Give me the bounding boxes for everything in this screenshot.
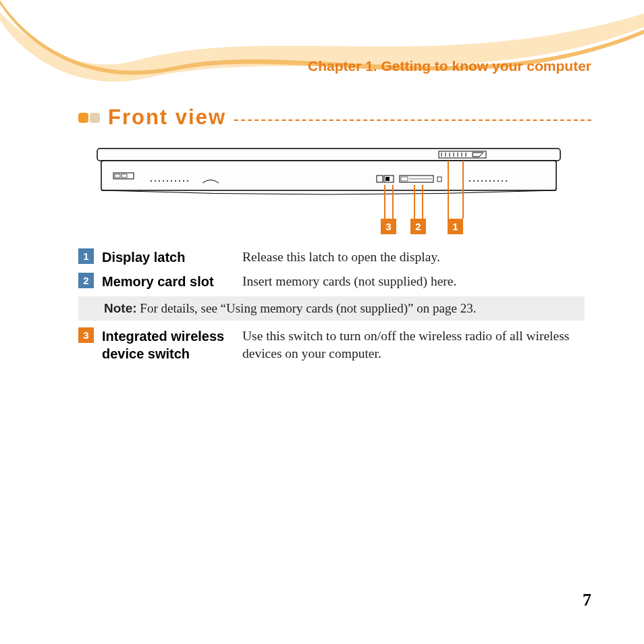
svg-rect-11 [115, 174, 120, 178]
desc-memory-card-slot: Insert memory cards (not supplied) here. [242, 273, 585, 290]
callout-3: 3 [381, 219, 396, 234]
section-bullets [78, 113, 100, 123]
callout-1: 1 [448, 219, 463, 234]
term-display-latch: Display latch [102, 248, 242, 266]
svg-rect-0 [97, 149, 560, 161]
svg-point-23 [469, 180, 471, 182]
section-title: Front view [108, 105, 226, 130]
svg-point-24 [473, 180, 475, 182]
svg-point-22 [187, 180, 188, 182]
definitions-list: 1 Display latch Release this latch to op… [78, 247, 585, 368]
svg-point-18 [171, 180, 172, 182]
note-label: Note: [104, 301, 137, 315]
callout-line [392, 185, 394, 219]
page-number: 7 [583, 590, 591, 610]
header-swoosh [0, 0, 644, 108]
svg-rect-39 [437, 177, 441, 182]
svg-point-16 [163, 180, 164, 182]
term-wireless-switch: Integrated wireless device switch [102, 327, 242, 363]
svg-rect-1 [101, 161, 556, 190]
chapter-title: Chapter 1. Getting to know your computer [308, 58, 591, 74]
dash-line [234, 119, 591, 121]
svg-point-19 [175, 180, 176, 182]
definition-row: 2 Memory card slot Insert memory cards (… [78, 271, 585, 292]
svg-point-21 [183, 180, 184, 182]
note-text: For details, see “Using memory cards (no… [137, 301, 477, 315]
callout-line [448, 161, 449, 219]
svg-point-14 [155, 180, 156, 182]
note-row: Note: For details, see “Using memory car… [78, 296, 585, 321]
callout-line [414, 185, 415, 219]
svg-point-27 [485, 180, 487, 182]
definition-row: 1 Display latch Release this latch to op… [78, 247, 585, 267]
svg-point-15 [159, 180, 160, 182]
svg-point-32 [506, 180, 507, 182]
svg-point-29 [493, 180, 495, 182]
bullet-icon [90, 113, 100, 123]
svg-point-31 [502, 180, 503, 182]
svg-point-13 [151, 180, 152, 182]
front-view-diagram: 3 2 1 [95, 146, 563, 234]
item-number-3: 3 [78, 327, 94, 343]
svg-point-30 [498, 180, 499, 182]
svg-point-25 [477, 180, 479, 182]
callout-2: 2 [410, 219, 426, 234]
term-memory-card-slot: Memory card slot [102, 273, 242, 290]
svg-rect-37 [401, 177, 408, 181]
item-number-2: 2 [78, 273, 94, 288]
callout-line [462, 161, 464, 219]
svg-rect-35 [385, 177, 390, 181]
svg-point-20 [179, 180, 180, 182]
svg-rect-33 [377, 176, 383, 182]
desc-wireless-switch: Use this switch to turn on/off the wirel… [242, 327, 585, 363]
callout-line [422, 185, 423, 219]
svg-rect-12 [122, 174, 127, 178]
definition-row: 3 Integrated wireless device switch Use … [78, 326, 585, 365]
svg-point-26 [481, 180, 483, 182]
item-number-1: 1 [78, 248, 94, 264]
desc-display-latch: Release this latch to open the display. [242, 248, 585, 266]
svg-point-28 [489, 180, 491, 182]
svg-point-17 [167, 180, 168, 182]
callout-line [384, 185, 385, 219]
bullet-icon [78, 113, 88, 123]
section-heading-row: Front view [78, 105, 591, 130]
